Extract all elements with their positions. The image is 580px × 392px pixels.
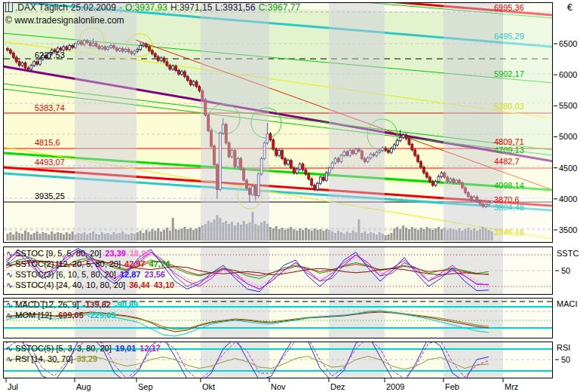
sstoc-mid-level: 50 xyxy=(561,266,570,275)
rsi-panel-caption: RSI xyxy=(557,343,570,352)
price-axis[interactable] xyxy=(554,15,580,241)
sstoc-panel-caption: SSTC xyxy=(557,249,578,258)
trading-chart-window: 6227,535383,744815,64493,073935,256995,3… xyxy=(0,0,580,392)
currency-symbol: € xyxy=(567,2,572,13)
macd-panel[interactable] xyxy=(3,298,553,338)
rsi-mid-level: 50 xyxy=(561,355,570,364)
rsi-panel[interactable] xyxy=(3,341,553,378)
time-axis[interactable] xyxy=(3,379,553,392)
macd-panel-caption: MACI xyxy=(557,299,578,308)
main-chart-panel[interactable] xyxy=(3,2,553,243)
stochastic-panel[interactable] xyxy=(3,247,553,295)
